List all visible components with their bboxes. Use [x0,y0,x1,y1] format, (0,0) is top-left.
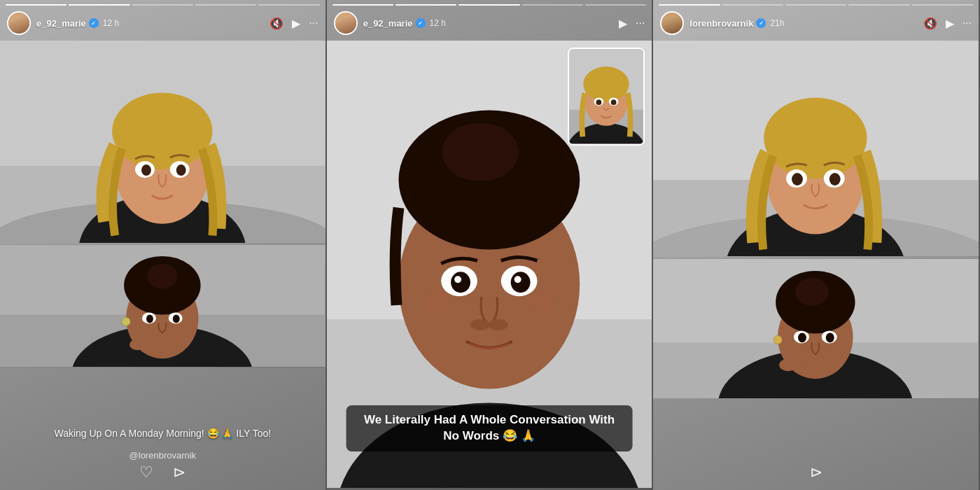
svg-point-34 [510,272,530,293]
story-header-1: e_92_marie ✓ 12 h 🔇 ▶ ··· [7,11,318,35]
svg-point-33 [451,272,470,293]
progress-seg [195,4,256,6]
username-row-3: lorenbrovarnik ✓ 21h [690,18,923,29]
progress-seg [69,4,130,6]
more-icon-2[interactable]: ··· [636,17,645,29]
progress-seg [722,4,783,6]
progress-bar-row-3 [659,4,973,6]
svg-point-23 [122,317,130,326]
avatar-2 [334,11,358,35]
svg-point-57 [764,98,867,178]
person-svg-3-bottom [653,259,979,398]
person-small-svg-1 [0,245,326,367]
send-icon-1[interactable]: ⊳ [173,463,186,482]
photo-bottom-3 [653,259,979,399]
story-header-3: lorenbrovarnik ✓ 21h 🔇 ▶ ··· [660,11,972,35]
svg-point-46 [584,66,630,102]
story-panel-1: e_92_marie ✓ 12 h 🔇 ▶ ··· When you just … [0,0,327,490]
username-row-1: e_92_marie ✓ 12 h [36,18,270,29]
progress-seg [522,4,583,6]
time-label-1: 12 h [103,18,119,28]
heart-icon-1[interactable]: ♡ [139,463,153,482]
person-svg-3-top [653,41,979,256]
svg-point-35 [454,276,461,283]
mute-icon-3[interactable]: 🔇 [923,17,937,30]
verified-icon-1: ✓ [89,18,99,28]
svg-point-49 [596,99,602,105]
progress-seg [396,4,456,6]
progress-bar-row-1 [6,4,320,6]
svg-point-37 [470,319,490,330]
svg-point-40 [527,291,555,312]
bottom-tag-1[interactable]: @lorenbrovarnik [0,450,326,461]
svg-point-73 [779,358,797,371]
verified-icon-2: ✓ [416,18,426,28]
svg-point-50 [611,99,617,105]
username-row-2: e_92_marie ✓ 12 h [363,18,619,29]
svg-point-20 [146,315,153,323]
svg-point-61 [830,173,841,186]
svg-point-30 [442,122,518,181]
story-panel-3: lorenbrovarnik ✓ 21h 🔇 ▶ ··· When you ju… [653,0,980,490]
svg-point-71 [798,332,806,342]
person-svg-1 [0,41,326,243]
time-label-2: 12 h [430,18,446,28]
progress-seg [458,4,519,6]
username-label-1: e_92_marie [36,18,86,29]
story-header-2: e_92_marie ✓ 12 h ▶ ··· [334,11,645,35]
progress-seg [258,4,319,6]
more-icon-3[interactable]: ··· [962,17,972,29]
play-icon-2[interactable]: ▶ [619,17,627,30]
svg-point-36 [514,276,521,283]
svg-point-39 [423,291,451,312]
svg-point-17 [147,264,178,289]
svg-point-9 [141,164,151,176]
header-actions-3: 🔇 ▶ ··· [923,17,972,30]
avatar-1 [7,11,31,35]
progress-bar-row-2 [332,4,647,6]
progress-seg [912,4,973,6]
header-actions-1: 🔇 ▶ ··· [270,17,318,30]
svg-point-6 [112,93,212,169]
progress-seg [785,4,846,6]
progress-seg [332,4,393,6]
svg-point-68 [795,278,829,306]
svg-point-10 [176,164,186,176]
svg-point-74 [774,335,782,344]
bottom-caption-1: Waking Up On A Monday Morning! 😂 🙏 ILY T… [0,427,326,441]
story-panel-2: e_92_marie ✓ 12 h ▶ ··· [327,0,654,490]
play-icon-3[interactable]: ▶ [946,17,954,30]
photo-bottom-1 [0,245,326,368]
username-label-3: lorenbrovarnik [690,18,753,29]
play-icon-1[interactable]: ▶ [292,17,300,30]
caption-box-2: We Literally Had A Whole Conversation Wi… [346,405,633,451]
svg-point-22 [130,339,146,350]
username-label-2: e_92_marie [363,18,413,29]
photo-pip-2 [568,48,645,146]
time-label-3: 21h [770,18,784,28]
avatar-3 [660,11,684,35]
verified-icon-3: ✓ [756,18,766,28]
progress-seg [6,4,66,6]
mute-icon-1[interactable]: 🔇 [270,17,284,30]
send-icon-3[interactable]: ⊳ [810,463,822,482]
more-icon-1[interactable]: ··· [309,17,318,29]
header-actions-2: ▶ ··· [619,17,645,30]
bottom-actions-3: ⊳ [653,463,979,482]
pip-svg-2 [569,49,643,144]
progress-seg [585,4,646,6]
bottom-actions-1: ♡ ⊳ [0,463,326,482]
svg-point-38 [489,319,508,330]
photo-top-3 [653,41,979,258]
photo-top-1 [0,41,326,244]
progress-seg [848,4,909,6]
svg-point-72 [826,332,834,342]
svg-point-21 [173,315,180,323]
progress-seg [132,4,193,6]
progress-seg [659,4,720,6]
svg-point-60 [792,173,803,186]
